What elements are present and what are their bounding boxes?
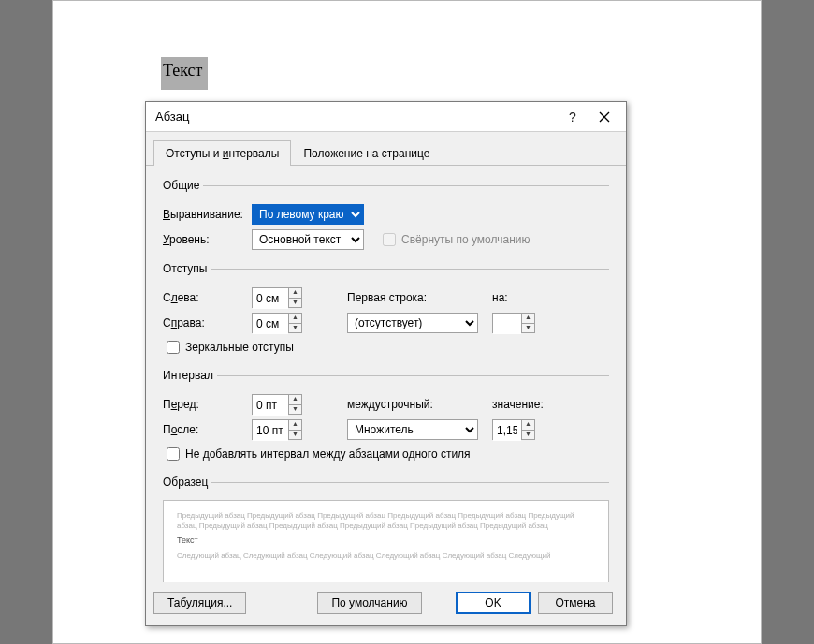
tab-page-position[interactable]: Положение на странице <box>291 140 442 166</box>
help-button[interactable]: ? <box>557 105 589 129</box>
line-spacing-select[interactable]: Множитель <box>347 419 478 440</box>
indent-right-input[interactable] <box>253 314 288 334</box>
spin-up-icon[interactable]: ▲ <box>289 395 301 405</box>
before-input[interactable] <box>253 395 288 416</box>
after-label: После: <box>163 423 252 436</box>
special-indent-select[interactable]: (отсутствует) <box>347 313 478 333</box>
after-input[interactable] <box>253 420 288 441</box>
spin-up-icon[interactable]: ▲ <box>522 420 534 431</box>
alignment-label: Выравнивание: <box>163 208 252 221</box>
group-legend: Интервал <box>163 369 217 382</box>
before-spinner[interactable]: ▲▼ <box>252 394 302 415</box>
first-line-label: Первая строка: <box>347 291 492 304</box>
set-default-button[interactable]: По умолчанию <box>317 592 421 614</box>
at-spinner[interactable]: ▲▼ <box>492 419 535 440</box>
group-general: Общие Выравнивание: По левому краю Урове… <box>163 179 609 255</box>
dialog-title: Абзац <box>155 110 557 124</box>
indent-left-input[interactable] <box>253 288 288 309</box>
ok-button[interactable]: OK <box>456 592 531 614</box>
spin-up-icon[interactable]: ▲ <box>289 420 301 431</box>
group-legend: Отступы <box>163 262 211 275</box>
paragraph-dialog: Абзац ? Отступы и интервалы Положение на… <box>145 101 627 626</box>
indent-left-spinner[interactable]: ▲▼ <box>252 287 302 308</box>
tabs-button[interactable]: Табуляция... <box>153 592 246 614</box>
spin-up-icon[interactable]: ▲ <box>289 288 301 299</box>
by-label: на: <box>492 291 508 304</box>
preview-sample-text: Текст <box>177 534 595 547</box>
after-spinner[interactable]: ▲▼ <box>252 419 302 440</box>
collapsed-checkbox <box>383 233 396 246</box>
line-spacing-label: междустрочный: <box>347 398 492 411</box>
indent-right-spinner[interactable]: ▲▼ <box>252 313 302 333</box>
spin-up-icon[interactable]: ▲ <box>522 314 534 324</box>
spin-down-icon[interactable]: ▼ <box>522 324 534 333</box>
spin-up-icon[interactable]: ▲ <box>289 314 301 324</box>
mirror-indents-checkbox[interactable] <box>167 341 180 354</box>
spin-down-icon[interactable]: ▼ <box>289 405 301 415</box>
level-label: Уровень: <box>163 233 252 246</box>
dialog-content: Общие Выравнивание: По левому краю Урове… <box>146 166 626 582</box>
dialog-footer: Табуляция... По умолчанию OK Отмена <box>146 582 626 625</box>
no-space-label: Не добавлять интервал между абзацами одн… <box>185 447 471 461</box>
level-select[interactable]: Основной текст <box>252 229 364 250</box>
preview-box: Предыдущий абзац Предыдущий абзац Предыд… <box>163 500 609 582</box>
tab-strip: Отступы и интервалы Положение на страниц… <box>146 132 626 166</box>
group-legend: Образец <box>163 476 211 489</box>
mirror-indents-label: Зеркальные отступы <box>185 341 294 354</box>
by-spinner[interactable]: ▲▼ <box>492 313 535 333</box>
selected-text[interactable]: Текст <box>161 57 208 90</box>
cancel-button[interactable]: Отмена <box>538 592 613 614</box>
at-label: значение: <box>492 398 544 411</box>
spin-down-icon[interactable]: ▼ <box>289 299 301 308</box>
group-spacing: Интервал Перед: ▲▼ междустрочный: значен… <box>163 369 609 468</box>
tab-indents-spacing[interactable]: Отступы и интервалы <box>153 140 291 166</box>
preview-next-text: Следующий абзац Следующий абзац Следующи… <box>177 550 595 561</box>
spin-down-icon[interactable]: ▼ <box>289 431 301 440</box>
at-input[interactable] <box>493 420 521 441</box>
before-label: Перед: <box>163 398 252 411</box>
tab-label: Отступы и интервалы <box>166 147 279 160</box>
preview-prev-text: Предыдущий абзац Предыдущий абзац Предыд… <box>177 510 595 531</box>
close-icon <box>599 111 610 123</box>
group-legend: Общие <box>163 179 203 192</box>
by-input[interactable] <box>493 314 521 334</box>
spin-down-icon[interactable]: ▼ <box>522 431 534 440</box>
spin-down-icon[interactable]: ▼ <box>289 324 301 333</box>
indent-left-label: Слева: <box>163 291 252 304</box>
no-space-checkbox[interactable] <box>167 447 180 461</box>
group-preview: Образец Предыдущий абзац Предыдущий абза… <box>163 476 609 582</box>
close-button[interactable] <box>589 105 620 129</box>
titlebar: Абзац ? <box>146 102 626 132</box>
indent-right-label: Справа: <box>163 316 252 329</box>
tab-label: Положение на странице <box>303 147 429 160</box>
collapsed-label: Свёрнуты по умолчанию <box>401 233 531 246</box>
alignment-select[interactable]: По левому краю <box>252 204 364 225</box>
group-indentation: Отступы Слева: ▲▼ Первая строка: на: Спр… <box>163 262 609 361</box>
